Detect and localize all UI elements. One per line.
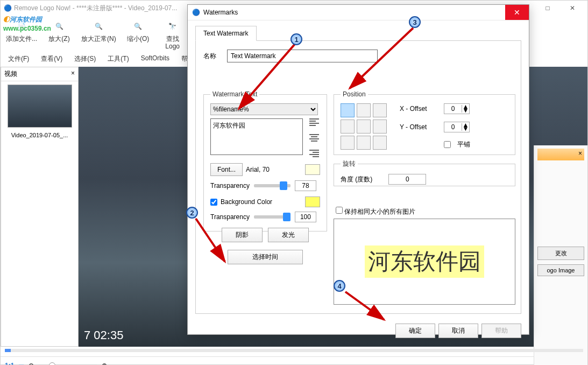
dialog-close-button[interactable]: ✕	[505, 5, 529, 20]
position-grid	[341, 103, 387, 150]
annotation-marker-4: 4	[334, 280, 345, 292]
fit-screen-icon[interactable]: ▭	[18, 362, 24, 366]
x-offset-input[interactable]: ▲▼	[444, 103, 470, 114]
zoom-out-button[interactable]: 🔍缩小(O)	[124, 18, 153, 44]
rotation-legend: 旋转	[341, 159, 358, 169]
position-legend: Position	[341, 90, 368, 98]
filename-combo[interactable]: %filename%	[210, 103, 318, 115]
transparency-label-2: Transparency	[210, 213, 250, 221]
dialog-icon: 🔵	[192, 9, 200, 16]
help-button[interactable]: 帮助	[481, 324, 521, 338]
menu-select[interactable]: 选择(S)	[72, 53, 98, 65]
menu-softorbits[interactable]: SoftOrbits	[139, 53, 172, 65]
right-panel: × 更改 ogo Image	[534, 145, 587, 365]
zoom-in-icon[interactable]: ⊕	[102, 362, 107, 366]
pos-mid-left[interactable]	[341, 120, 355, 134]
annotation-marker-2: 2	[186, 207, 198, 219]
pos-mid-center[interactable]	[357, 120, 371, 134]
pos-top-left[interactable]	[341, 103, 355, 117]
background-color-label: Background Color	[221, 198, 272, 206]
video-thumbnail[interactable]	[8, 85, 72, 128]
transparency-slider-2[interactable]	[254, 215, 291, 219]
angle-label: 角度 (度数)	[341, 175, 372, 184]
name-label: 名称	[203, 52, 216, 61]
sidebar-close-icon[interactable]: ×	[71, 69, 75, 79]
annotation-marker-1: 1	[291, 33, 302, 45]
menu-tools[interactable]: 工具(T)	[105, 53, 131, 65]
transparency-value-2[interactable]	[295, 212, 316, 222]
pos-top-right[interactable]	[373, 103, 387, 117]
tab-text-watermark[interactable]: Text Watermark	[195, 26, 257, 41]
tile-label: 平铺	[457, 140, 470, 149]
x-offset-label: X - Offset	[400, 105, 437, 113]
keep-size-checkbox[interactable]	[336, 207, 343, 214]
pos-bot-left[interactable]	[341, 136, 355, 150]
pos-mid-right[interactable]	[373, 120, 387, 134]
font-description: Arial, 70	[246, 166, 270, 173]
menu-file[interactable]: 文件(F)	[6, 53, 31, 65]
align-center-icon[interactable]	[309, 134, 319, 143]
align-left-icon[interactable]	[309, 118, 319, 128]
change-button[interactable]: 更改	[537, 247, 584, 260]
ok-button[interactable]: 确定	[395, 324, 435, 338]
annotation-marker-3: 3	[409, 16, 421, 28]
pos-bot-center[interactable]	[357, 136, 371, 150]
maximize-button[interactable]: □	[536, 2, 559, 15]
app-icon: 🔵	[4, 4, 12, 12]
preview-text: 河东软件园	[365, 245, 484, 278]
find-logo-button[interactable]: 🔭查找 Logo	[158, 18, 187, 51]
transparency-value-1[interactable]	[295, 180, 316, 191]
zoom-normal-button[interactable]: 🔍放大正常(N)	[79, 18, 118, 44]
watermark-text-fieldset: Watermark Text %filename% 河东软件园 Font... …	[203, 90, 327, 231]
watermark-preview: 河东软件园	[334, 219, 515, 305]
dialog-title: Watermarks	[203, 9, 505, 16]
font-color-swatch[interactable]	[305, 164, 320, 175]
video-sidebar: 视频 × Video_2019-07-05_...	[1, 67, 79, 347]
zoom-in-button[interactable]: 🔍放大(Z)	[45, 18, 74, 44]
menu-view[interactable]: 查看(V)	[39, 53, 65, 65]
watermark-text-legend: Watermark Text	[210, 90, 259, 98]
cancel-button[interactable]: 取消	[438, 324, 478, 338]
keep-size-row: 保持相同大小的所有图片	[336, 207, 415, 216]
zoom-ratio: 1:1	[5, 362, 14, 366]
position-fieldset: Position X - O	[334, 90, 515, 155]
rotation-fieldset: 旋转 角度 (度数)	[334, 159, 515, 186]
background-color-checkbox[interactable]	[210, 199, 217, 206]
name-input[interactable]	[227, 50, 378, 62]
logo-image-button[interactable]: ogo Image	[537, 264, 584, 276]
watermarks-dialog: 🔵 Watermarks ✕ Text Watermark 名称 Waterma…	[187, 4, 529, 335]
thumbnail-label: Video_2019-07-05_...	[1, 131, 78, 139]
sidebar-header: 视频	[4, 69, 17, 79]
select-time-button-dialog[interactable]: 选择时间	[228, 250, 303, 264]
align-right-icon[interactable]	[309, 150, 319, 159]
shadow-button[interactable]: 阴影	[222, 228, 263, 242]
add-file-button[interactable]: 📄添加文件...	[4, 18, 39, 44]
close-button[interactable]: ✕	[561, 2, 584, 15]
video-timestamp: 7 02:35	[84, 328, 123, 342]
zoom-out-icon[interactable]: ⊖	[29, 362, 34, 366]
right-panel-close-icon[interactable]: ×	[578, 150, 582, 157]
watermark-text-input[interactable]: 河东软件园	[210, 118, 303, 155]
angle-input[interactable]	[388, 174, 426, 185]
statusbar: 1:1 ▭ ⊖ ⊕ f 🐦 YouTube	[1, 356, 587, 365]
timeline[interactable]	[1, 347, 587, 356]
keep-size-label: 保持相同大小的所有图片	[344, 208, 415, 215]
y-offset-input[interactable]: ▲▼	[444, 122, 470, 132]
font-button[interactable]: Font...	[210, 163, 243, 176]
transparency-slider-1[interactable]	[254, 184, 291, 187]
transparency-label-1: Transparency	[210, 182, 250, 189]
y-offset-label: Y - Offset	[400, 123, 437, 131]
glow-button[interactable]: 发光	[268, 228, 309, 242]
background-color-swatch[interactable]	[305, 196, 320, 207]
tile-checkbox[interactable]	[444, 141, 451, 148]
pos-bot-right[interactable]	[373, 136, 387, 150]
pos-top-center[interactable]	[357, 103, 371, 117]
